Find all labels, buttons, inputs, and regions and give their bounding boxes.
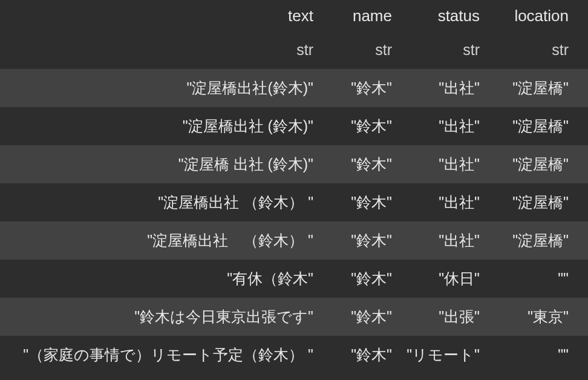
cell-location: "淀屋橋" xyxy=(493,116,582,136)
table-row[interactable]: "有休（鈴木" "鈴木" "休日" "" xyxy=(0,260,588,298)
cell-status: "出社" xyxy=(405,154,493,174)
cell-text: "淀屋橋出社(鈴木)" xyxy=(0,78,327,98)
cell-text: "淀屋橋出社 （鈴木） " xyxy=(0,231,327,251)
table-row[interactable]: "（家庭の事情で）リモート予定（鈴木） " "鈴木" "リモート" "" xyxy=(0,336,588,374)
data-table: text name status location str str str st… xyxy=(0,0,588,374)
column-header-name[interactable]: name xyxy=(327,7,405,25)
cell-text: "淀屋橋 出社 (鈴木)" xyxy=(0,154,327,174)
cell-text: "淀屋橋出社 （鈴木） " xyxy=(0,192,327,212)
table-row[interactable]: "淀屋橋出社 （鈴木） " "鈴木" "出社" "淀屋橋" xyxy=(0,221,588,260)
cell-name: "鈴木" xyxy=(327,78,405,98)
cell-status: "出社" xyxy=(405,231,493,251)
table-row[interactable]: "淀屋橋出社 （鈴木） " "鈴木" "出社" "淀屋橋" xyxy=(0,183,588,221)
column-type-status: str xyxy=(405,41,493,59)
cell-status: "出社" xyxy=(405,116,493,136)
cell-name: "鈴木" xyxy=(327,116,405,136)
column-type-location: str xyxy=(493,41,582,59)
cell-status: "リモート" xyxy=(405,345,493,365)
cell-location: "" xyxy=(493,346,582,364)
column-header-status[interactable]: status xyxy=(405,7,493,25)
column-type-text: str xyxy=(0,41,327,59)
cell-text: "有休（鈴木" xyxy=(0,269,327,289)
table-row[interactable]: "淀屋橋出社(鈴木)" "鈴木" "出社" "淀屋橋" xyxy=(0,69,588,107)
cell-name: "鈴木" xyxy=(327,269,405,289)
cell-name: "鈴木" xyxy=(327,231,405,251)
cell-status: "出張" xyxy=(405,307,493,327)
cell-text: "鈴木は今日東京出張です" xyxy=(0,307,327,327)
cell-status: "出社" xyxy=(405,78,493,98)
column-type-name: str xyxy=(327,41,405,59)
cell-status: "休日" xyxy=(405,269,493,289)
cell-location: "淀屋橋" xyxy=(493,78,582,98)
cell-location: "東京" xyxy=(493,307,582,327)
cell-location: "淀屋橋" xyxy=(493,231,582,251)
cell-text: "（家庭の事情で）リモート予定（鈴木） " xyxy=(0,345,327,365)
column-header-location[interactable]: location xyxy=(493,7,582,25)
cell-text: "淀屋橋出社 (鈴木)" xyxy=(0,116,327,136)
cell-name: "鈴木" xyxy=(327,345,405,365)
table-row[interactable]: "淀屋橋 出社 (鈴木)" "鈴木" "出社" "淀屋橋" xyxy=(0,145,588,183)
cell-location: "淀屋橋" xyxy=(493,192,582,212)
table-header-row: text name status location xyxy=(0,0,588,31)
cell-name: "鈴木" xyxy=(327,307,405,327)
table-type-row: str str str str xyxy=(0,31,588,69)
cell-location: "淀屋橋" xyxy=(493,154,582,174)
table-row[interactable]: "鈴木は今日東京出張です" "鈴木" "出張" "東京" xyxy=(0,298,588,336)
table-row[interactable]: "淀屋橋出社 (鈴木)" "鈴木" "出社" "淀屋橋" xyxy=(0,107,588,145)
cell-status: "出社" xyxy=(405,192,493,212)
column-header-text[interactable]: text xyxy=(0,7,327,25)
cell-name: "鈴木" xyxy=(327,154,405,174)
cell-location: "" xyxy=(493,270,582,287)
cell-name: "鈴木" xyxy=(327,192,405,212)
